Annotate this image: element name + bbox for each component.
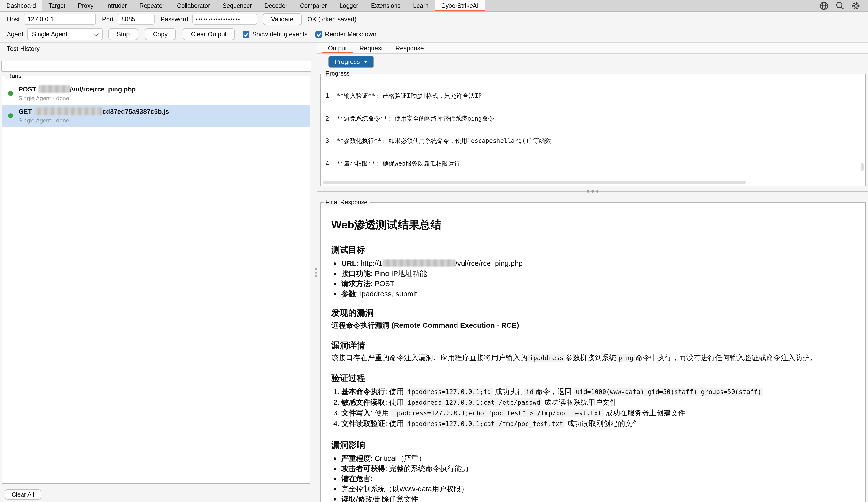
target-list: URL: http://1/vul/rce/rce_ping.php 接口功能:… [331,258,848,299]
history-search-input[interactable] [1,61,311,72]
impact-list: 严重程度: Critical（严重） 攻击者可获得: 完整的系统命令执行能力 潜… [331,453,848,502]
status-dot-done [8,91,13,96]
output-panel: Output Request Response Progress Progres… [317,43,868,502]
tab-sequencer[interactable]: Sequencer [216,0,258,11]
token-status-text: OK (token saved) [307,15,356,23]
final-response-group: Final Response Web渗透测试结果总结 测试目标 URL: htt… [320,199,866,502]
target-function: 接口功能: Ping IP地址功能 [341,268,848,278]
stop-button[interactable]: Stop [108,28,138,40]
impact-item: 攻击者可获得: 完整的系统命令执行能力 [341,463,848,473]
tab-logger[interactable]: Logger [333,0,365,11]
tab-intruder[interactable]: Intruder [100,0,133,11]
progress-dropdown-label: Progress [335,58,360,65]
clear-all-button[interactable]: Clear All [5,489,41,500]
run-title: GET cd37ed75a9387c5b.js [18,107,169,116]
host-label: Host [7,15,20,23]
tab-output[interactable]: Output [322,43,353,53]
detail-paragraph: 该接口存在严重的命令注入漏洞。应用程序直接将用户输入的ipaddress参数拼接… [331,353,848,363]
output-tabbar: Output Request Response [317,43,868,54]
progress-group: Progress 1. **输入验证**: 严格验证IP地址格式，只允许合法IP… [320,70,866,186]
window-icons [819,0,868,11]
run-subtitle: Single Agent · done [18,117,169,124]
tab-target[interactable]: Target [42,0,72,11]
run-title: POST /vul/rce/rce_ping.php [18,85,136,93]
section-verify-title: 验证过程 [331,373,848,384]
progress-dropdown-button[interactable]: Progress [328,56,374,68]
target-params: 参数: ipaddress, submit [341,289,848,299]
runs-list: POST /vul/rce/rce_ping.php Single Agent … [2,80,310,127]
cyberstrikeai-window: Dashboard Target Proxy Intruder Repeater… [0,0,868,502]
test-history-panel: Test History Runs POST /vul/rce/rce_ping… [0,43,315,502]
impact-item: 潜在危害: [341,473,848,484]
tab-decoder[interactable]: Decoder [258,0,294,11]
tab-proxy[interactable]: Proxy [72,0,100,11]
clear-output-button[interactable]: Clear Output [183,28,235,40]
port-input[interactable] [117,13,154,25]
tab-request[interactable]: Request [353,43,389,53]
progress-log[interactable]: 1. **输入验证**: 严格验证IP地址格式，只允许合法IP 2. **避免系… [326,80,857,179]
render-markdown-checkbox[interactable] [315,31,322,38]
tab-comparer[interactable]: Comparer [293,0,333,11]
verify-step: 敏感文件读取: 使用 ipaddress=127.0.0.1;cat /etc/… [341,397,848,408]
tab-extensions[interactable]: Extensions [364,0,407,11]
final-response-content[interactable]: Web渗透测试结果总结 测试目标 URL: http://1/vul/rce/r… [331,211,848,502]
impact-item: 严重程度: Critical（严重） [341,453,848,463]
chevron-down-icon [94,31,99,36]
status-dot-done [8,113,13,118]
section-detail-title: 漏洞详情 [331,340,848,351]
section-target-title: 测试目标 [331,244,848,255]
verify-step: 文件写入: 使用 ipaddress=127.0.0.1;echo "poc_t… [341,408,848,418]
impact-item: 读取/修改/删除任意文件 [341,494,848,502]
response-splitter[interactable] [317,190,868,192]
run-subtitle: Single Agent · done [18,95,136,102]
search-icon[interactable] [836,1,844,10]
verify-list: 基本命令执行: 使用 ipaddress=127.0.0.1;id 成功执行id… [331,386,848,429]
password-input[interactable] [192,13,257,25]
show-debug-checkbox[interactable] [243,31,249,38]
verify-step: 文件读取验证: 使用 ipaddress=127.0.0.1;cat /tmp/… [341,418,848,429]
tab-response[interactable]: Response [389,43,430,53]
main-tabbar: Dashboard Target Proxy Intruder Repeater… [0,0,868,12]
tab-cyberstrikeai[interactable]: CyberStrikeAI [435,0,485,11]
validate-button[interactable]: Validate [263,13,301,25]
finding-name: 远程命令执行漏洞 (Remote Command Execution - RCE… [331,320,848,330]
final-response-label: Final Response [323,199,370,206]
connection-toolbar: Host Port Password Validate OK (token sa… [0,12,868,27]
test-history-title: Test History [7,45,40,52]
agent-select[interactable]: Single Agent [27,28,103,40]
verify-step: 基本命令执行: 使用 ipaddress=127.0.0.1;id 成功执行id… [341,386,848,397]
password-label: Password [161,15,188,23]
agent-toolbar: Agent Single Agent Stop Copy Clear Outpu… [0,27,868,42]
caret-down-icon [364,61,368,63]
globe-icon[interactable] [819,1,828,10]
section-finding-title: 发现的漏洞 [331,307,848,318]
agent-label: Agent [7,31,23,38]
impact-item: 完全控制系统（以www-data用户权限） [341,484,848,494]
run-item-post[interactable]: POST /vul/rce/rce_ping.php Single Agent … [2,82,310,105]
tab-collaborator[interactable]: Collaborator [171,0,216,11]
copy-button[interactable]: Copy [145,28,176,40]
agent-select-value: Single Agent [32,31,67,38]
horizontal-scrollbar[interactable] [323,180,746,184]
target-url: URL: http://1/vul/rce/rce_ping.php [341,258,848,268]
host-input[interactable] [23,13,96,25]
gear-icon[interactable] [851,1,860,10]
show-debug-label: Show debug events [252,31,308,38]
vertical-scrollbar[interactable] [861,163,864,171]
panel-splitter[interactable] [314,43,317,502]
report-title: Web渗透测试结果总结 [331,218,848,232]
section-impact-title: 漏洞影响 [331,440,848,450]
port-label: Port [102,15,114,23]
tab-learn[interactable]: Learn [407,0,435,11]
render-markdown-label: Render Markdown [325,31,376,38]
progress-group-label: Progress [323,70,352,77]
tab-dashboard[interactable]: Dashboard [0,0,42,11]
progress-log-text: 1. **输入验证**: 严格验证IP地址格式，只允许合法IP 2. **避免系… [326,80,857,179]
runs-group-label: Runs [5,73,23,80]
runs-group: Runs POST /vul/rce/rce_ping.php Single A… [2,73,310,484]
tab-repeater[interactable]: Repeater [133,0,171,11]
run-item-get[interactable]: GET cd37ed75a9387c5b.js Single Agent · d… [2,105,310,127]
target-method: 请求方法: POST [341,278,848,289]
